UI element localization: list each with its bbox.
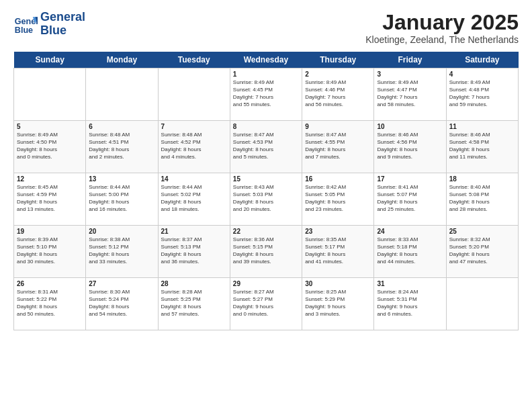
day-info: Sunrise: 8:49 AM Sunset: 4:48 PM Dayligh… <box>449 79 515 108</box>
calendar-cell <box>14 68 86 121</box>
calendar-cell: 10Sunrise: 8:46 AM Sunset: 4:56 PM Dayli… <box>374 121 446 173</box>
calendar-cell: 21Sunrise: 8:37 AM Sunset: 5:13 PM Dayli… <box>158 226 230 278</box>
calendar-cell: 2Sunrise: 8:49 AM Sunset: 4:46 PM Daylig… <box>302 68 374 121</box>
day-number: 7 <box>161 123 227 130</box>
header-saturday: Saturday <box>446 52 518 68</box>
calendar-title: January 2025 <box>365 11 519 34</box>
day-info: Sunrise: 8:27 AM Sunset: 5:27 PM Dayligh… <box>233 289 299 318</box>
day-number: 1 <box>233 71 299 78</box>
day-number: 28 <box>161 280 227 287</box>
day-info: Sunrise: 8:36 AM Sunset: 5:15 PM Dayligh… <box>233 236 299 265</box>
calendar-cell: 15Sunrise: 8:43 AM Sunset: 5:03 PM Dayli… <box>230 173 302 226</box>
day-info: Sunrise: 8:42 AM Sunset: 5:05 PM Dayligh… <box>305 184 371 213</box>
header-thursday: Thursday <box>302 52 374 68</box>
day-info: Sunrise: 8:33 AM Sunset: 5:18 PM Dayligh… <box>377 236 443 265</box>
calendar-cell: 20Sunrise: 8:38 AM Sunset: 5:12 PM Dayli… <box>86 226 158 278</box>
week-row-2: 5Sunrise: 8:49 AM Sunset: 4:50 PM Daylig… <box>14 121 519 173</box>
day-number: 9 <box>305 123 371 130</box>
logo-line1: General <box>40 10 85 24</box>
calendar-cell: 25Sunrise: 8:32 AM Sunset: 5:20 PM Dayli… <box>446 226 518 278</box>
day-number: 15 <box>233 175 299 183</box>
logo-icon: General Blue <box>13 12 38 36</box>
day-number: 12 <box>17 175 83 183</box>
header-row: Sunday Monday Tuesday Wednesday Thursday… <box>14 52 519 68</box>
day-number: 24 <box>377 228 443 235</box>
day-number: 27 <box>89 280 154 287</box>
header-friday: Friday <box>374 52 446 68</box>
day-number: 14 <box>161 175 227 183</box>
day-info: Sunrise: 8:48 AM Sunset: 4:51 PM Dayligh… <box>89 132 154 161</box>
day-info: Sunrise: 8:24 AM Sunset: 5:31 PM Dayligh… <box>377 289 443 318</box>
header-tuesday: Tuesday <box>158 52 230 68</box>
day-number: 31 <box>377 280 443 287</box>
calendar-cell: 6Sunrise: 8:48 AM Sunset: 4:51 PM Daylig… <box>86 121 158 173</box>
calendar-cell: 30Sunrise: 8:25 AM Sunset: 5:29 PM Dayli… <box>302 278 374 330</box>
header-wednesday: Wednesday <box>230 52 302 68</box>
day-info: Sunrise: 8:48 AM Sunset: 4:52 PM Dayligh… <box>161 132 227 161</box>
day-info: Sunrise: 8:37 AM Sunset: 5:13 PM Dayligh… <box>161 236 227 265</box>
day-number: 18 <box>449 175 515 183</box>
calendar-cell: 3Sunrise: 8:49 AM Sunset: 4:47 PM Daylig… <box>374 68 446 121</box>
calendar-cell: 18Sunrise: 8:40 AM Sunset: 5:08 PM Dayli… <box>446 173 518 226</box>
day-info: Sunrise: 8:46 AM Sunset: 4:56 PM Dayligh… <box>377 132 443 161</box>
calendar-cell: 16Sunrise: 8:42 AM Sunset: 5:05 PM Dayli… <box>302 173 374 226</box>
day-info: Sunrise: 8:49 AM Sunset: 4:46 PM Dayligh… <box>305 79 371 108</box>
day-info: Sunrise: 8:49 AM Sunset: 4:47 PM Dayligh… <box>377 79 443 108</box>
day-info: Sunrise: 8:30 AM Sunset: 5:24 PM Dayligh… <box>89 289 154 318</box>
logo-text: General Blue <box>40 11 85 38</box>
calendar-cell: 7Sunrise: 8:48 AM Sunset: 4:52 PM Daylig… <box>158 121 230 173</box>
day-info: Sunrise: 8:44 AM Sunset: 5:00 PM Dayligh… <box>89 184 154 213</box>
calendar-cell: 22Sunrise: 8:36 AM Sunset: 5:15 PM Dayli… <box>230 226 302 278</box>
calendar-cell: 24Sunrise: 8:33 AM Sunset: 5:18 PM Dayli… <box>374 226 446 278</box>
calendar-cell: 14Sunrise: 8:44 AM Sunset: 5:02 PM Dayli… <box>158 173 230 226</box>
day-info: Sunrise: 8:39 AM Sunset: 5:10 PM Dayligh… <box>17 236 83 265</box>
day-number: 8 <box>233 123 299 130</box>
calendar-cell <box>446 278 518 330</box>
calendar-cell: 5Sunrise: 8:49 AM Sunset: 4:50 PM Daylig… <box>14 121 86 173</box>
day-number: 23 <box>305 228 371 235</box>
day-number: 3 <box>377 71 443 78</box>
calendar-cell: 13Sunrise: 8:44 AM Sunset: 5:00 PM Dayli… <box>86 173 158 226</box>
day-info: Sunrise: 8:40 AM Sunset: 5:08 PM Dayligh… <box>449 184 515 213</box>
calendar-cell <box>158 68 230 121</box>
calendar-cell: 1Sunrise: 8:49 AM Sunset: 4:45 PM Daylig… <box>230 68 302 121</box>
day-number: 4 <box>449 71 515 78</box>
day-number: 26 <box>17 280 83 287</box>
day-number: 22 <box>233 228 299 235</box>
day-number: 17 <box>377 175 443 183</box>
week-row-3: 12Sunrise: 8:45 AM Sunset: 4:59 PM Dayli… <box>14 173 519 226</box>
day-number: 13 <box>89 175 154 183</box>
calendar-cell: 23Sunrise: 8:35 AM Sunset: 5:17 PM Dayli… <box>302 226 374 278</box>
day-info: Sunrise: 8:46 AM Sunset: 4:58 PM Dayligh… <box>449 132 515 161</box>
week-row-5: 26Sunrise: 8:31 AM Sunset: 5:22 PM Dayli… <box>14 278 519 330</box>
day-info: Sunrise: 8:31 AM Sunset: 5:22 PM Dayligh… <box>17 289 83 318</box>
svg-text:Blue: Blue <box>15 25 33 34</box>
day-info: Sunrise: 8:41 AM Sunset: 5:07 PM Dayligh… <box>377 184 443 213</box>
day-info: Sunrise: 8:35 AM Sunset: 5:17 PM Dayligh… <box>305 236 371 265</box>
logo: General Blue General Blue <box>13 11 85 38</box>
day-number: 6 <box>89 123 154 130</box>
day-info: Sunrise: 8:49 AM Sunset: 4:45 PM Dayligh… <box>233 79 299 108</box>
day-info: Sunrise: 8:47 AM Sunset: 4:53 PM Dayligh… <box>233 132 299 161</box>
week-row-1: 1Sunrise: 8:49 AM Sunset: 4:45 PM Daylig… <box>14 68 519 121</box>
day-number: 11 <box>449 123 515 130</box>
week-row-4: 19Sunrise: 8:39 AM Sunset: 5:10 PM Dayli… <box>14 226 519 278</box>
calendar-cell: 29Sunrise: 8:27 AM Sunset: 5:27 PM Dayli… <box>230 278 302 330</box>
header-sunday: Sunday <box>14 52 86 68</box>
day-info: Sunrise: 8:44 AM Sunset: 5:02 PM Dayligh… <box>161 184 227 213</box>
calendar-cell <box>86 68 158 121</box>
day-number: 30 <box>305 280 371 287</box>
logo-line2: Blue <box>40 24 66 37</box>
calendar-cell: 28Sunrise: 8:28 AM Sunset: 5:25 PM Dayli… <box>158 278 230 330</box>
day-info: Sunrise: 8:25 AM Sunset: 5:29 PM Dayligh… <box>305 289 371 318</box>
day-number: 19 <box>17 228 83 235</box>
day-number: 21 <box>161 228 227 235</box>
day-number: 10 <box>377 123 443 130</box>
day-number: 29 <box>233 280 299 287</box>
day-info: Sunrise: 8:38 AM Sunset: 5:12 PM Dayligh… <box>89 236 154 265</box>
calendar-cell: 8Sunrise: 8:47 AM Sunset: 4:53 PM Daylig… <box>230 121 302 173</box>
day-number: 20 <box>89 228 154 235</box>
header: General Blue General Blue January 2025 K… <box>13 11 519 45</box>
calendar-subtitle: Kloetinge, Zeeland, The Netherlands <box>365 34 519 45</box>
page: General Blue General Blue January 2025 K… <box>0 0 532 411</box>
